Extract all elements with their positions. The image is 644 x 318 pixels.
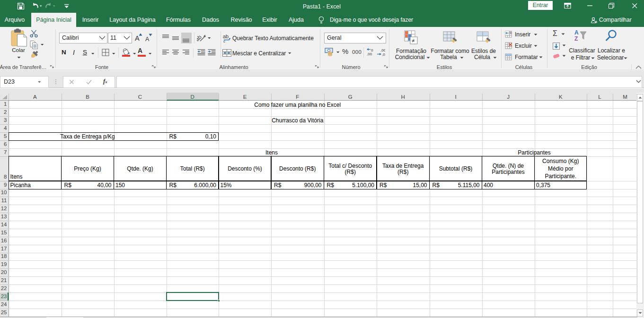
svg-text:,0: ,0 bbox=[382, 52, 385, 56]
svg-text:≠: ≠ bbox=[412, 38, 415, 43]
svg-text:,00: ,00 bbox=[380, 48, 385, 52]
svg-text:Z: Z bbox=[574, 35, 578, 42]
svg-text:c: c bbox=[223, 39, 225, 43]
svg-text:ab: ab bbox=[197, 34, 203, 43]
svg-text:ab: ab bbox=[223, 34, 229, 39]
svg-text:A: A bbox=[574, 29, 579, 36]
svg-text:,00: ,00 bbox=[367, 52, 372, 56]
